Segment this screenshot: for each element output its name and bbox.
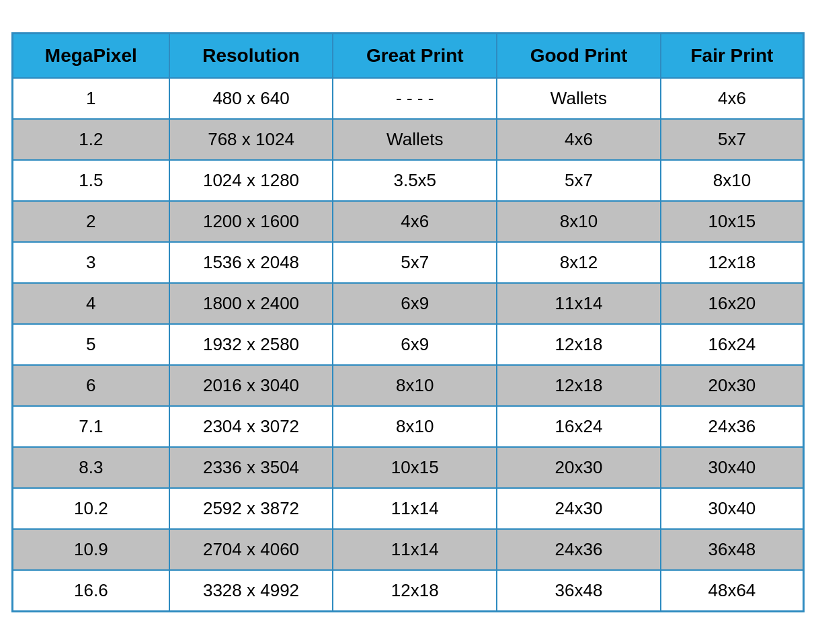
header-fair-print: Fair Print [661, 33, 804, 78]
table-cell: 16x20 [661, 283, 804, 324]
print-resolution-table: MegaPixel Resolution Great Print Good Pr… [11, 32, 805, 612]
table-cell: 12x18 [661, 242, 804, 283]
table-cell: 480 x 640 [169, 78, 333, 119]
table-row: 8.32336 x 350410x1520x3030x40 [13, 447, 804, 488]
table-cell: 10.9 [13, 529, 169, 570]
table-cell: 20x30 [497, 447, 661, 488]
table-cell: 30x40 [661, 488, 804, 529]
table-cell: 24x36 [661, 406, 804, 447]
table-row: 10.22592 x 387211x1424x3030x40 [13, 488, 804, 529]
table-cell: 5x7 [661, 119, 804, 160]
header-resolution: Resolution [169, 33, 333, 78]
header-megapixel: MegaPixel [13, 33, 169, 78]
table-cell: 8x10 [333, 365, 497, 406]
table-cell: 3328 x 4992 [169, 570, 333, 612]
table-cell: 2704 x 4060 [169, 529, 333, 570]
table-cell: 8.3 [13, 447, 169, 488]
table-row: 1.51024 x 12803.5x55x78x10 [13, 160, 804, 201]
table-cell: 1932 x 2580 [169, 324, 333, 365]
table-cell: 16x24 [661, 324, 804, 365]
table-cell: 12x18 [497, 365, 661, 406]
table-row: 41800 x 24006x911x1416x20 [13, 283, 804, 324]
table-cell: 8x10 [497, 201, 661, 242]
table-cell: 16.6 [13, 570, 169, 612]
table-cell: Wallets [333, 119, 497, 160]
table-cell: 24x36 [497, 529, 661, 570]
table-cell: 6 [13, 365, 169, 406]
table-cell: 24x30 [497, 488, 661, 529]
table-row: 21200 x 16004x68x1010x15 [13, 201, 804, 242]
table-cell: 12x18 [497, 324, 661, 365]
table-row: 51932 x 25806x912x1816x24 [13, 324, 804, 365]
table-cell: 1536 x 2048 [169, 242, 333, 283]
table-cell: 7.1 [13, 406, 169, 447]
table-cell: 6x9 [333, 324, 497, 365]
table-cell: 5x7 [497, 160, 661, 201]
table-row: 62016 x 30408x1012x1820x30 [13, 365, 804, 406]
table-row: 7.12304 x 30728x1016x2424x36 [13, 406, 804, 447]
table-cell: 1.2 [13, 119, 169, 160]
table-cell: 8x10 [661, 160, 804, 201]
table-cell: Wallets [497, 78, 661, 119]
header-great-print: Great Print [333, 33, 497, 78]
table-cell: 20x30 [661, 365, 804, 406]
table-cell: 3.5x5 [333, 160, 497, 201]
table-cell: 48x64 [661, 570, 804, 612]
table-row: 16.63328 x 499212x1836x4848x64 [13, 570, 804, 612]
table-cell: 36x48 [497, 570, 661, 612]
table-header-row: MegaPixel Resolution Great Print Good Pr… [13, 33, 804, 78]
table-cell: 1 [13, 78, 169, 119]
table-cell: 10x15 [661, 201, 804, 242]
table-cell: 1200 x 1600 [169, 201, 333, 242]
table-row: 31536 x 20485x78x1212x18 [13, 242, 804, 283]
table-cell: 4x6 [661, 78, 804, 119]
table-cell: 6x9 [333, 283, 497, 324]
table-row: 10.92704 x 406011x1424x3636x48 [13, 529, 804, 570]
table-cell: 5 [13, 324, 169, 365]
table-cell: - - - - [333, 78, 497, 119]
table-cell: 1800 x 2400 [169, 283, 333, 324]
table-cell: 8x12 [497, 242, 661, 283]
table-cell: 10.2 [13, 488, 169, 529]
table-cell: 1024 x 1280 [169, 160, 333, 201]
table-cell: 11x14 [333, 529, 497, 570]
table-cell: 36x48 [661, 529, 804, 570]
table-container: MegaPixel Resolution Great Print Good Pr… [11, 32, 805, 612]
table-cell: 3 [13, 242, 169, 283]
table-cell: 16x24 [497, 406, 661, 447]
table-cell: 1.5 [13, 160, 169, 201]
table-cell: 2336 x 3504 [169, 447, 333, 488]
header-good-print: Good Print [497, 33, 661, 78]
table-cell: 8x10 [333, 406, 497, 447]
table-cell: 10x15 [333, 447, 497, 488]
table-cell: 4 [13, 283, 169, 324]
table-cell: 2592 x 3872 [169, 488, 333, 529]
table-cell: 11x14 [333, 488, 497, 529]
table-cell: 2 [13, 201, 169, 242]
table-cell: 4x6 [497, 119, 661, 160]
table-cell: 30x40 [661, 447, 804, 488]
table-row: 1.2768 x 1024Wallets4x65x7 [13, 119, 804, 160]
table-cell: 768 x 1024 [169, 119, 333, 160]
table-cell: 2016 x 3040 [169, 365, 333, 406]
table-cell: 11x14 [497, 283, 661, 324]
table-row: 1480 x 640- - - -Wallets4x6 [13, 78, 804, 119]
table-cell: 5x7 [333, 242, 497, 283]
table-cell: 4x6 [333, 201, 497, 242]
table-cell: 12x18 [333, 570, 497, 612]
table-cell: 2304 x 3072 [169, 406, 333, 447]
